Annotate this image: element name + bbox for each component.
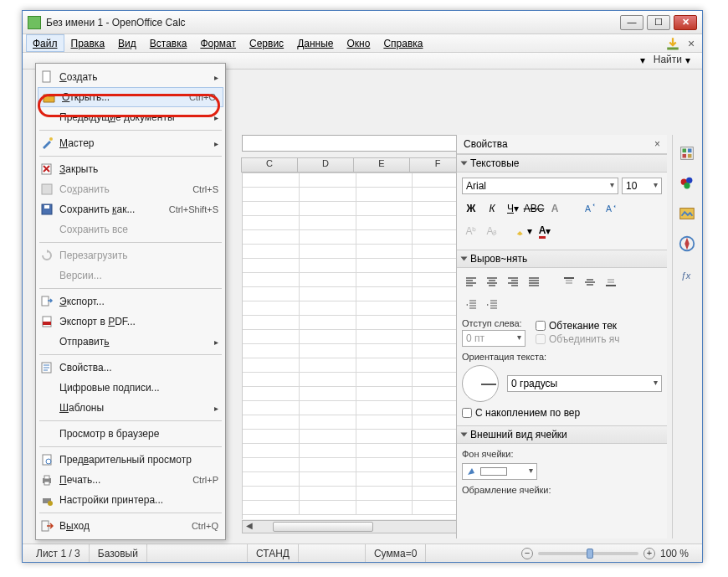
menu-item-properties[interactable]: Свойства... xyxy=(36,358,225,378)
align-center-button[interactable] xyxy=(483,273,501,291)
open-icon xyxy=(43,91,56,105)
svg-point-15 xyxy=(49,137,53,141)
col-header[interactable]: E xyxy=(353,157,410,173)
menu-item-reload: Перезагрузить xyxy=(36,245,225,265)
grow-font-button[interactable]: A xyxy=(581,199,599,218)
menu-insert[interactable]: Вставка xyxy=(143,34,194,52)
font-size-select[interactable]: 10 xyxy=(622,178,662,194)
wrap-checkbox[interactable] xyxy=(536,321,546,331)
strike-button[interactable]: ABC xyxy=(525,199,543,218)
highlight-button[interactable]: ▾ xyxy=(515,222,533,240)
status-mode[interactable]: СТАНД xyxy=(248,544,299,562)
menu-help[interactable]: Справка xyxy=(377,34,429,52)
menu-item-recent[interactable]: Предыдущие документы▸ xyxy=(36,107,225,127)
zoom-value[interactable]: 100 % xyxy=(660,548,689,559)
valign-middle-button[interactable] xyxy=(581,273,599,291)
orient-select[interactable]: 0 градусы xyxy=(507,375,662,392)
merge-checkbox xyxy=(536,334,546,344)
panel-title: Свойства × xyxy=(457,135,667,154)
menu-item-save-as[interactable]: Сохранить как...Ctrl+Shift+S xyxy=(36,199,225,219)
minimize-button[interactable]: — xyxy=(620,15,643,30)
menu-format[interactable]: Формат xyxy=(193,34,243,52)
zoom-out-button[interactable]: − xyxy=(521,548,533,559)
titlebar: Без имени 1 - OpenOffice Calc — ☐ ✕ xyxy=(23,11,702,34)
maximize-button[interactable]: ☐ xyxy=(647,15,670,30)
print-icon xyxy=(40,473,54,487)
scroll-thumb[interactable] xyxy=(273,522,373,532)
subscript-button[interactable]: Aᵦ xyxy=(483,222,501,240)
chevron-down-icon[interactable]: ▾ xyxy=(640,54,650,64)
zoom-slider[interactable] xyxy=(538,552,638,555)
valign-bottom-button[interactable] xyxy=(602,273,620,291)
bold-button[interactable]: Ж xyxy=(462,199,480,218)
menu-item-exit[interactable]: ВыходCtrl+Q xyxy=(36,516,225,536)
menu-item-wizard[interactable]: Мастер▸ xyxy=(36,133,225,153)
valign-top-button[interactable] xyxy=(560,273,578,291)
indent-input[interactable]: 0 пт xyxy=(462,330,525,347)
section-text[interactable]: Текстовые xyxy=(457,154,667,173)
orientation-dial[interactable] xyxy=(462,365,499,402)
stack-checkbox[interactable] xyxy=(462,408,472,418)
menu-window[interactable]: Окно xyxy=(340,34,377,52)
align-right-button[interactable] xyxy=(504,273,522,291)
svg-rect-22 xyxy=(43,322,51,325)
panel-close-icon[interactable]: × xyxy=(654,138,660,150)
menu-tools[interactable]: Сервис xyxy=(243,34,290,52)
gallery-tab-icon[interactable] xyxy=(675,202,699,225)
navigator-tab-icon[interactable] xyxy=(675,232,699,255)
status-style[interactable]: Базовый xyxy=(90,544,147,562)
scroll-left-icon[interactable]: ◀ xyxy=(243,521,256,533)
menu-item-printer-settings[interactable]: Настройки принтера... xyxy=(36,490,225,510)
indent-dec-button[interactable] xyxy=(462,296,480,314)
menu-item-print-preview[interactable]: Предварительный просмотр xyxy=(36,450,225,470)
menu-item-export[interactable]: Экспорт... xyxy=(36,291,225,312)
horizontal-scrollbar[interactable]: ◀ ▶ xyxy=(242,520,469,533)
find-label[interactable]: Найти xyxy=(654,54,682,65)
underline-button[interactable]: Ч ▾ xyxy=(504,199,522,218)
menu-item-send[interactable]: Отправить▸ xyxy=(36,332,225,352)
bg-color-select[interactable] xyxy=(462,463,537,480)
menu-item-print[interactable]: Печать...Ctrl+P xyxy=(36,470,225,490)
spreadsheet-grid[interactable] xyxy=(242,173,469,519)
svg-rect-14 xyxy=(43,71,50,82)
chevron-down-icon[interactable]: ▾ xyxy=(685,54,695,64)
status-sheet[interactable]: Лист 1 / 3 xyxy=(28,544,90,562)
superscript-button[interactable]: Aᵇ xyxy=(462,222,480,240)
shrink-font-button[interactable]: A xyxy=(602,199,620,218)
zoom-in-button[interactable]: + xyxy=(643,548,655,559)
shadow-button[interactable]: A xyxy=(546,199,564,218)
menu-item-templates[interactable]: Шаблоны▸ xyxy=(36,398,225,418)
menu-edit[interactable]: Правка xyxy=(64,34,112,52)
svg-point-10 xyxy=(684,183,690,188)
svg-rect-6 xyxy=(682,154,686,158)
svg-rect-17 xyxy=(42,184,52,194)
properties-tab-icon[interactable] xyxy=(675,142,699,165)
align-left-button[interactable] xyxy=(462,273,480,291)
close-button[interactable]: ✕ xyxy=(674,15,697,30)
align-justify-button[interactable] xyxy=(525,273,543,291)
font-color-button[interactable]: A ▾ xyxy=(536,222,554,240)
menu-item-browser-preview[interactable]: Просмотр в браузере xyxy=(36,424,225,444)
menu-item-save: СохранитьCtrl+S xyxy=(36,179,225,199)
menu-item-open[interactable]: Открыть...Ctrl+O xyxy=(38,87,223,107)
menu-file[interactable]: Файл xyxy=(26,34,64,52)
section-align[interactable]: Выров~нять xyxy=(457,250,667,268)
doc-close-icon[interactable]: × xyxy=(685,38,697,49)
formula-input[interactable] xyxy=(242,135,466,152)
menu-item-export-pdf[interactable]: Экспорт в PDF... xyxy=(36,312,225,332)
font-select[interactable]: Arial xyxy=(462,178,618,194)
menu-item-signatures[interactable]: Цифровые подписи... xyxy=(36,378,225,398)
status-sum: Сумма=0 xyxy=(366,544,426,562)
styles-tab-icon[interactable] xyxy=(675,172,699,195)
download-icon[interactable] xyxy=(665,36,680,51)
italic-button[interactable]: К xyxy=(483,199,501,218)
functions-tab-icon[interactable]: ƒx xyxy=(675,262,699,286)
indent-inc-button[interactable] xyxy=(483,296,501,314)
menu-item-new[interactable]: ССоздатьоздать▸ xyxy=(36,67,225,87)
col-header[interactable]: C xyxy=(241,157,298,173)
menu-view[interactable]: Вид xyxy=(111,34,143,52)
menu-data[interactable]: Данные xyxy=(290,34,340,52)
section-cell[interactable]: Внешний вид ячейки xyxy=(457,425,667,444)
menu-item-close[interactable]: Закрыть xyxy=(36,159,225,179)
col-header[interactable]: D xyxy=(297,157,354,173)
